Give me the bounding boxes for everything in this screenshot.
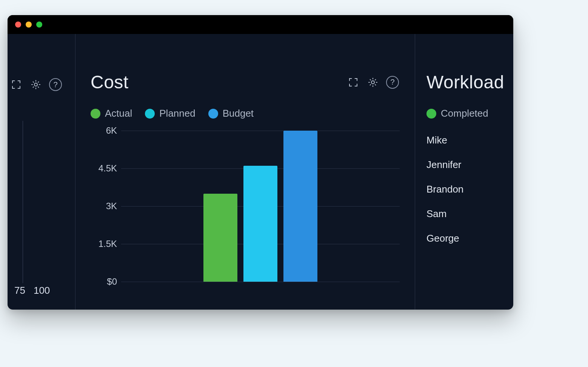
legend-label: Planned xyxy=(159,108,195,119)
y-tick: 1.5K xyxy=(91,239,117,249)
titlebar xyxy=(8,15,513,34)
plot-area xyxy=(121,131,400,282)
panel-title-workload: Workload xyxy=(426,72,513,93)
expand-icon[interactable] xyxy=(9,77,23,92)
list-item[interactable]: Jennifer xyxy=(426,159,513,171)
y-tick: $0 xyxy=(91,276,117,287)
legend-item-actual[interactable]: Actual xyxy=(91,108,132,119)
svg-point-1 xyxy=(371,81,374,84)
gear-icon[interactable] xyxy=(29,77,43,92)
panel-left-fragment: ? 75 100 xyxy=(8,34,75,310)
y-tick: 4.5K xyxy=(91,163,117,174)
y-axis: 6K 4.5K 3K 1.5K $0 xyxy=(91,131,121,282)
gridline xyxy=(121,282,400,282)
cost-chart: 6K 4.5K 3K 1.5K $0 xyxy=(91,131,400,282)
legend: Actual Planned Budget xyxy=(91,108,400,119)
left-axis-fragment: 75 100 xyxy=(14,285,50,296)
list-item[interactable]: Sam xyxy=(426,208,513,220)
swatch-actual xyxy=(91,109,100,119)
legend-label: Budget xyxy=(223,108,254,119)
list-item[interactable]: Mike xyxy=(426,134,513,146)
axis-tick: 100 xyxy=(34,285,50,296)
panel-workload: Workload Completed Mike Jennifer Brandon… xyxy=(415,34,513,310)
minimize-icon[interactable] xyxy=(26,22,32,28)
zoom-icon[interactable] xyxy=(36,22,42,28)
workload-people-list: Mike Jennifer Brandon Sam George xyxy=(426,134,513,244)
bar-budget[interactable] xyxy=(283,131,317,282)
legend-label: Actual xyxy=(105,108,132,119)
svg-point-0 xyxy=(34,83,37,86)
swatch-planned xyxy=(145,109,155,119)
legend-item-budget[interactable]: Budget xyxy=(208,108,254,119)
bar-actual[interactable] xyxy=(203,194,237,282)
help-icon[interactable]: ? xyxy=(48,77,63,92)
axis-line xyxy=(23,121,23,283)
list-item[interactable]: Brandon xyxy=(426,184,513,195)
help-icon[interactable]: ? xyxy=(385,75,400,89)
legend-item-completed[interactable]: Completed xyxy=(426,108,513,119)
app-window: ? 75 100 Cost xyxy=(8,15,513,310)
expand-icon[interactable] xyxy=(346,75,360,89)
panel-title-cost: Cost xyxy=(91,72,129,93)
close-icon[interactable] xyxy=(15,22,21,28)
gear-icon[interactable] xyxy=(366,75,380,89)
bar-planned[interactable] xyxy=(243,166,277,282)
axis-tick: 75 xyxy=(14,285,25,296)
swatch-completed xyxy=(426,109,436,119)
panel-cost: Cost xyxy=(75,34,415,310)
y-tick: 3K xyxy=(91,201,117,211)
list-item[interactable]: George xyxy=(426,233,513,244)
legend-item-planned[interactable]: Planned xyxy=(145,108,195,119)
y-tick: 6K xyxy=(91,125,117,136)
swatch-budget xyxy=(208,109,218,119)
legend-label: Completed xyxy=(441,108,488,119)
